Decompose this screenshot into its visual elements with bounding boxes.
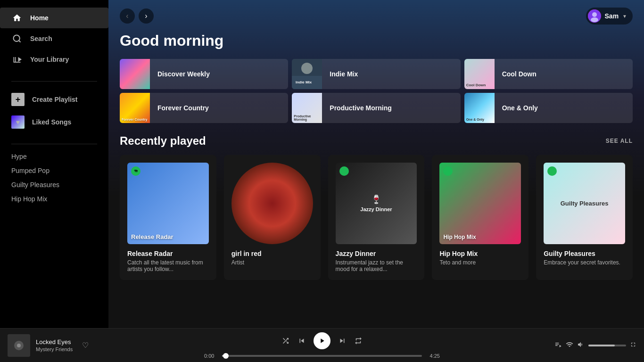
player-controls bbox=[281, 332, 363, 349]
recently-played-section: Recently played SEE ALL Release Radar bbox=[108, 134, 644, 291]
create-playlist-icon: + bbox=[11, 93, 25, 106]
next-button[interactable] bbox=[338, 337, 347, 345]
cool-down-img: Cool Down bbox=[464, 59, 495, 89]
quick-play-one-and-only[interactable]: One & Only One & Only bbox=[464, 93, 633, 123]
sidebar-item-home[interactable]: Home bbox=[0, 8, 108, 28]
productive-morning-img: Productive Morning bbox=[292, 93, 322, 123]
girl-in-red-subtitle: Artist bbox=[231, 259, 313, 266]
user-profile[interactable]: Sam ▼ bbox=[586, 8, 633, 25]
one-and-only-img: One & Only bbox=[464, 93, 495, 123]
card-release-radar[interactable]: Release Radar Release Radar Catch all th… bbox=[120, 155, 216, 280]
section-header: Recently played SEE ALL bbox=[120, 134, 633, 148]
hip-hop-mix-title: Hip Hop Mix bbox=[439, 250, 521, 257]
forward-button[interactable]: › bbox=[139, 8, 154, 24]
track-artist: Mystery Friends bbox=[36, 346, 73, 352]
track-name: Locked Eyes bbox=[36, 338, 73, 346]
player-center: 0:00 4:25 bbox=[149, 332, 495, 359]
current-time: 0:00 bbox=[204, 353, 218, 359]
liked-songs-icon: ♥ bbox=[11, 115, 25, 129]
shuffle-button[interactable] bbox=[281, 337, 290, 345]
cards-grid: Release Radar Release Radar Catch all th… bbox=[120, 155, 633, 280]
create-playlist-button[interactable]: + Create Playlist bbox=[11, 89, 97, 110]
quick-play-cool-down[interactable]: Cool Down Cool Down bbox=[464, 59, 633, 89]
svg-point-12 bbox=[549, 168, 555, 174]
card-guilty-pleasures[interactable]: Guilty Pleasures Guilty Pleasures Embrac… bbox=[536, 155, 633, 280]
svg-point-3 bbox=[592, 12, 597, 17]
card-hip-hop-mix[interactable]: Hip Hop Mix Hip Hop Mix Teto and more bbox=[432, 155, 528, 280]
forever-country-label: Forever Country bbox=[150, 104, 216, 112]
sidebar-item-search[interactable]: Search bbox=[0, 28, 108, 49]
jazzy-dinner-subtitle: Instrumental jazz to set the mood for a … bbox=[336, 259, 417, 272]
sidebar-playlists-actions: + Create Playlist ♥ Liked Songs bbox=[0, 85, 108, 140]
spotify-badge-jazzy bbox=[339, 166, 349, 176]
playlist-item-guilty-pleasures[interactable]: Guilty Pleasures bbox=[11, 178, 97, 191]
quick-play-forever-country[interactable]: Forever Country Forever Country bbox=[120, 93, 288, 123]
fullscreen-button[interactable] bbox=[630, 341, 636, 349]
player-right bbox=[495, 341, 636, 350]
greeting-section: Good morning Discover Weekly bbox=[108, 32, 644, 134]
spotify-badge bbox=[131, 166, 140, 176]
user-name: Sam bbox=[605, 12, 619, 20]
card-jazzy-dinner[interactable]: 🍷 Jazzy Dinner Jazzy Dinner Instrumental… bbox=[328, 155, 425, 280]
jazzy-dinner-img-container: 🍷 Jazzy Dinner bbox=[336, 163, 417, 244]
quick-play-discover-weekly[interactable]: Discover Weekly bbox=[120, 59, 288, 89]
cool-down-label: Cool Down bbox=[495, 70, 544, 78]
girl-in-red-img bbox=[231, 163, 313, 244]
release-radar-title: Release Radar bbox=[127, 250, 209, 257]
discover-weekly-label: Discover Weekly bbox=[150, 70, 217, 78]
now-playing-bar: Locked Eyes Mystery Friends ♡ bbox=[0, 328, 644, 362]
girl-in-red-title: girl in red bbox=[231, 250, 313, 257]
heart-button[interactable]: ♡ bbox=[78, 341, 92, 350]
release-radar-img: Release Radar bbox=[127, 163, 209, 244]
liked-songs-button[interactable]: ♥ Liked Songs bbox=[11, 112, 97, 132]
quick-play-productive-morning[interactable]: Productive Morning Productive Morning bbox=[292, 93, 460, 123]
play-pause-button[interactable] bbox=[314, 332, 330, 349]
playlist-item-hip-hop-mix[interactable]: Hip Hop Mix bbox=[11, 192, 97, 206]
svg-point-15 bbox=[17, 344, 21, 347]
svg-text:Indie Mix: Indie Mix bbox=[296, 80, 312, 84]
track-info: Locked Eyes Mystery Friends bbox=[36, 338, 73, 352]
productive-morning-label: Productive Morning bbox=[322, 104, 399, 112]
indie-mix-img: Indie Mix bbox=[292, 59, 322, 89]
discover-weekly-img bbox=[120, 59, 150, 89]
sidebar-nav: Home Search Your Library bbox=[0, 4, 108, 77]
volume-slider[interactable] bbox=[588, 345, 626, 346]
main-content: ‹ › Sam ▼ Good morning bbox=[108, 0, 644, 328]
previous-button[interactable] bbox=[297, 337, 306, 345]
one-and-only-label: One & Only bbox=[495, 104, 545, 112]
repeat-button[interactable] bbox=[354, 337, 363, 345]
volume-button[interactable] bbox=[577, 341, 585, 350]
jazzy-dinner-img: 🍷 Jazzy Dinner bbox=[336, 163, 417, 244]
quick-play-grid: Discover Weekly Indie Mix I bbox=[120, 59, 633, 123]
playlist-item-hype[interactable]: Hype bbox=[11, 150, 97, 163]
sidebar-item-library[interactable]: Your Library bbox=[0, 49, 108, 70]
girl-in-red-img-container bbox=[231, 163, 313, 244]
quick-play-indie-mix[interactable]: Indie Mix Indie Mix bbox=[292, 59, 460, 89]
greeting-title: Good morning bbox=[120, 32, 633, 49]
progress-dot bbox=[223, 353, 229, 359]
queue-button[interactable] bbox=[554, 341, 562, 350]
progress-bar-container: 0:00 4:25 bbox=[204, 353, 440, 359]
library-icon bbox=[11, 54, 23, 65]
playlist-item-pumped-pop[interactable]: Pumped Pop bbox=[11, 164, 97, 177]
guilty-pleasures-img-container: Guilty Pleasures bbox=[544, 163, 625, 244]
sidebar-divider bbox=[11, 81, 97, 82]
sidebar-divider-2 bbox=[11, 144, 97, 144]
now-playing-left: Locked Eyes Mystery Friends ♡ bbox=[8, 334, 149, 357]
svg-point-11 bbox=[445, 168, 451, 174]
svg-point-4 bbox=[591, 17, 598, 22]
svg-point-6 bbox=[301, 63, 313, 74]
hip-hop-mix-subtitle: Teto and more bbox=[439, 259, 521, 266]
progress-bar[interactable] bbox=[222, 355, 422, 357]
nav-buttons: ‹ › bbox=[120, 8, 154, 24]
card-girl-in-red[interactable]: girl in red Artist bbox=[224, 155, 321, 280]
forever-country-img: Forever Country bbox=[120, 93, 150, 123]
main-header: ‹ › Sam ▼ bbox=[108, 0, 644, 32]
devices-button[interactable] bbox=[566, 341, 573, 350]
release-radar-img-container: Release Radar bbox=[127, 163, 209, 244]
svg-line-1 bbox=[19, 41, 21, 42]
hip-hop-mix-img-container: Hip Hop Mix bbox=[439, 163, 521, 244]
see-all-button[interactable]: SEE ALL bbox=[606, 138, 633, 144]
back-button[interactable]: ‹ bbox=[120, 8, 135, 24]
home-icon bbox=[11, 12, 23, 24]
